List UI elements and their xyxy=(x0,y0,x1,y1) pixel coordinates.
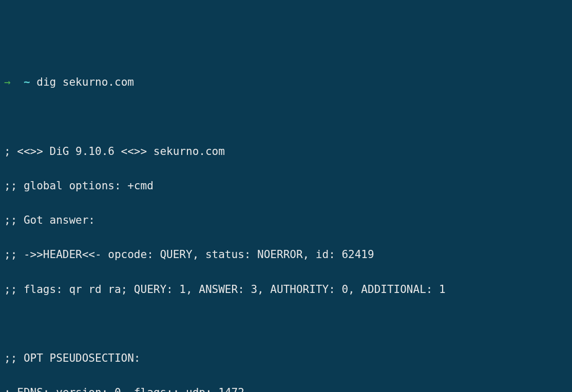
prompt-line: → ~ dig sekurno.com xyxy=(4,74,568,91)
header-line: ;; ->>HEADER<<- opcode: QUERY, status: N… xyxy=(4,246,568,264)
dig-banner: ; <<>> DiG 9.10.6 <<>> sekurno.com xyxy=(4,143,568,161)
edns-line: ; EDNS: version: 0, flags:; udp: 1472 xyxy=(4,384,568,392)
blank-line xyxy=(4,109,568,126)
got-answer: ;; Got answer: xyxy=(4,212,568,229)
blank-line xyxy=(4,316,568,333)
flags-line: ;; flags: qr rd ra; QUERY: 1, ANSWER: 3,… xyxy=(4,281,568,299)
prompt-tilde: ~ xyxy=(24,76,30,88)
prompt-arrow: → xyxy=(4,76,11,88)
opt-pseudosection: ;; OPT PSEUDOSECTION: xyxy=(4,350,568,367)
command-text: dig sekurno.com xyxy=(36,76,134,88)
global-options: ;; global options: +cmd xyxy=(4,178,568,195)
